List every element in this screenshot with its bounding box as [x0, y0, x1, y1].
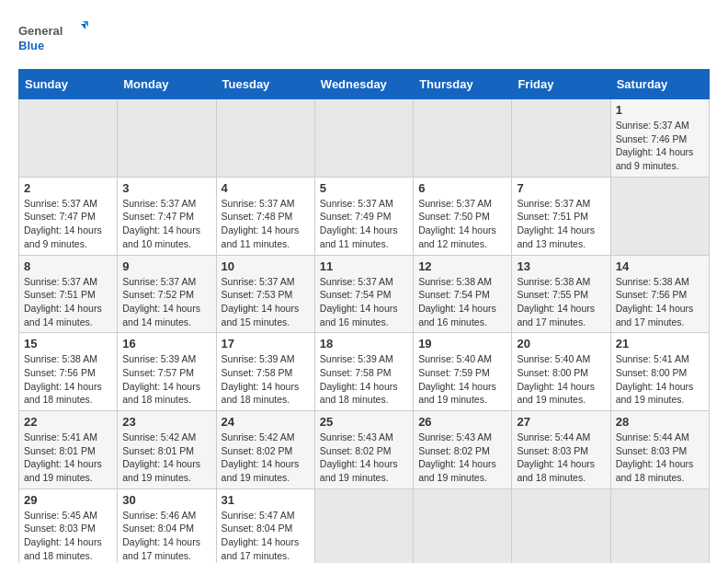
calendar-cell — [314, 99, 413, 178]
logo-svg: General Blue — [18, 18, 92, 60]
day-number: 20 — [517, 337, 605, 350]
day-info: Sunrise: 5:38 AMSunset: 7:54 PMDaylight:… — [418, 275, 506, 329]
day-info: Sunrise: 5:37 AMSunset: 7:50 PMDaylight:… — [418, 197, 506, 251]
day-info: Sunrise: 5:42 AMSunset: 8:01 PMDaylight:… — [122, 431, 210, 485]
calendar-header-tuesday: Tuesday — [216, 70, 314, 99]
calendar-cell: 22Sunrise: 5:41 AMSunset: 8:01 PMDayligh… — [19, 411, 118, 489]
svg-text:Blue: Blue — [18, 39, 44, 52]
day-info: Sunrise: 5:37 AMSunset: 7:47 PMDaylight:… — [24, 197, 112, 251]
day-info: Sunrise: 5:38 AMSunset: 7:56 PMDaylight:… — [24, 352, 112, 407]
day-info: Sunrise: 5:37 AMSunset: 7:54 PMDaylight:… — [320, 275, 408, 329]
calendar-table: SundayMondayTuesdayWednesdayThursdayFrid… — [18, 69, 710, 563]
day-info: Sunrise: 5:47 AMSunset: 8:04 PMDaylight:… — [222, 509, 310, 563]
page-header: General Blue — [18, 18, 710, 60]
calendar-week-4: 15Sunrise: 5:38 AMSunset: 7:56 PMDayligh… — [19, 333, 710, 411]
calendar-header-row: SundayMondayTuesdayWednesdayThursdayFrid… — [19, 70, 710, 99]
day-info: Sunrise: 5:37 AMSunset: 7:53 PMDaylight:… — [222, 275, 310, 329]
day-number: 16 — [122, 337, 210, 350]
calendar-cell: 18Sunrise: 5:39 AMSunset: 7:58 PMDayligh… — [314, 333, 413, 411]
day-number: 22 — [24, 415, 112, 429]
day-number: 21 — [616, 337, 704, 350]
svg-text:General: General — [18, 24, 63, 38]
calendar-cell: 20Sunrise: 5:40 AMSunset: 8:00 PMDayligh… — [512, 333, 610, 411]
day-info: Sunrise: 5:37 AMSunset: 7:47 PMDaylight:… — [122, 197, 210, 251]
calendar-cell: 4Sunrise: 5:37 AMSunset: 7:48 PMDaylight… — [216, 177, 314, 255]
calendar-cell: 6Sunrise: 5:37 AMSunset: 7:50 PMDaylight… — [414, 177, 512, 255]
day-info: Sunrise: 5:38 AMSunset: 7:56 PMDaylight:… — [616, 275, 704, 329]
day-info: Sunrise: 5:39 AMSunset: 7:57 PMDaylight:… — [122, 352, 210, 407]
day-info: Sunrise: 5:41 AMSunset: 8:00 PMDaylight:… — [616, 352, 704, 407]
calendar-header-sunday: Sunday — [19, 70, 118, 99]
calendar-cell: 17Sunrise: 5:39 AMSunset: 7:58 PMDayligh… — [216, 333, 314, 411]
day-number: 27 — [517, 415, 605, 429]
day-number: 10 — [222, 259, 310, 273]
calendar-cell: 10Sunrise: 5:37 AMSunset: 7:53 PMDayligh… — [216, 255, 314, 333]
calendar-cell: 28Sunrise: 5:44 AMSunset: 8:03 PMDayligh… — [610, 411, 709, 489]
calendar-cell — [512, 99, 610, 178]
calendar-header-friday: Friday — [512, 70, 610, 99]
calendar-cell: 13Sunrise: 5:38 AMSunset: 7:55 PMDayligh… — [512, 255, 610, 333]
calendar-cell: 14Sunrise: 5:38 AMSunset: 7:56 PMDayligh… — [610, 255, 709, 333]
calendar-cell: 23Sunrise: 5:42 AMSunset: 8:01 PMDayligh… — [118, 411, 216, 489]
day-number: 25 — [320, 415, 408, 429]
day-info: Sunrise: 5:37 AMSunset: 7:51 PMDaylight:… — [517, 197, 605, 251]
day-info: Sunrise: 5:45 AMSunset: 8:03 PMDaylight:… — [24, 509, 112, 563]
calendar-cell — [414, 488, 512, 563]
calendar-header-saturday: Saturday — [610, 70, 709, 99]
day-info: Sunrise: 5:42 AMSunset: 8:02 PMDaylight:… — [222, 431, 310, 485]
calendar-cell: 30Sunrise: 5:46 AMSunset: 8:04 PMDayligh… — [118, 488, 216, 563]
day-info: Sunrise: 5:46 AMSunset: 8:04 PMDaylight:… — [122, 509, 210, 563]
calendar-week-6: 29Sunrise: 5:45 AMSunset: 8:03 PMDayligh… — [19, 488, 710, 563]
day-info: Sunrise: 5:37 AMSunset: 7:46 PMDaylight:… — [616, 119, 704, 173]
calendar-cell: 27Sunrise: 5:44 AMSunset: 8:03 PMDayligh… — [512, 411, 610, 489]
day-number: 11 — [320, 259, 408, 273]
day-info: Sunrise: 5:40 AMSunset: 7:59 PMDaylight:… — [418, 352, 506, 407]
calendar-cell: 8Sunrise: 5:37 AMSunset: 7:51 PMDaylight… — [19, 255, 118, 333]
calendar-week-2: 2Sunrise: 5:37 AMSunset: 7:47 PMDaylight… — [19, 177, 710, 255]
day-number: 31 — [222, 493, 310, 507]
day-number: 3 — [122, 181, 210, 195]
day-number: 5 — [320, 181, 408, 195]
calendar-cell: 11Sunrise: 5:37 AMSunset: 7:54 PMDayligh… — [314, 255, 413, 333]
day-number: 15 — [24, 337, 112, 350]
day-info: Sunrise: 5:43 AMSunset: 8:02 PMDaylight:… — [418, 431, 506, 485]
day-info: Sunrise: 5:39 AMSunset: 7:58 PMDaylight:… — [320, 352, 408, 407]
day-number: 29 — [24, 493, 112, 507]
day-info: Sunrise: 5:44 AMSunset: 8:03 PMDaylight:… — [517, 431, 605, 485]
day-number: 18 — [320, 337, 408, 350]
calendar-cell — [118, 99, 216, 178]
day-number: 24 — [222, 415, 310, 429]
day-info: Sunrise: 5:37 AMSunset: 7:49 PMDaylight:… — [320, 197, 408, 251]
day-number: 12 — [418, 259, 506, 273]
day-number: 19 — [418, 337, 506, 350]
day-info: Sunrise: 5:37 AMSunset: 7:52 PMDaylight:… — [122, 275, 210, 329]
calendar-cell: 19Sunrise: 5:40 AMSunset: 7:59 PMDayligh… — [414, 333, 512, 411]
calendar-cell: 29Sunrise: 5:45 AMSunset: 8:03 PMDayligh… — [19, 488, 118, 563]
day-number: 28 — [616, 415, 704, 429]
calendar-cell: 12Sunrise: 5:38 AMSunset: 7:54 PMDayligh… — [414, 255, 512, 333]
day-info: Sunrise: 5:43 AMSunset: 8:02 PMDaylight:… — [320, 431, 408, 485]
calendar-cell: 9Sunrise: 5:37 AMSunset: 7:52 PMDaylight… — [118, 255, 216, 333]
calendar-cell: 2Sunrise: 5:37 AMSunset: 7:47 PMDaylight… — [19, 177, 118, 255]
day-info: Sunrise: 5:37 AMSunset: 7:48 PMDaylight:… — [222, 197, 310, 251]
calendar-cell: 24Sunrise: 5:42 AMSunset: 8:02 PMDayligh… — [216, 411, 314, 489]
calendar-header-wednesday: Wednesday — [314, 70, 413, 99]
calendar-cell: 3Sunrise: 5:37 AMSunset: 7:47 PMDaylight… — [118, 177, 216, 255]
calendar-week-1: 1Sunrise: 5:37 AMSunset: 7:46 PMDaylight… — [19, 99, 710, 178]
calendar-cell — [314, 488, 413, 563]
calendar-cell — [19, 99, 118, 178]
calendar-cell — [610, 488, 709, 563]
day-number: 9 — [122, 259, 210, 273]
calendar-cell: 31Sunrise: 5:47 AMSunset: 8:04 PMDayligh… — [216, 488, 314, 563]
calendar-week-3: 8Sunrise: 5:37 AMSunset: 7:51 PMDaylight… — [19, 255, 710, 333]
day-number: 7 — [517, 181, 605, 195]
day-number: 8 — [24, 259, 112, 273]
calendar-cell: 5Sunrise: 5:37 AMSunset: 7:49 PMDaylight… — [314, 177, 413, 255]
day-number: 6 — [418, 181, 506, 195]
day-number: 26 — [418, 415, 506, 429]
calendar-header-thursday: Thursday — [414, 70, 512, 99]
day-info: Sunrise: 5:44 AMSunset: 8:03 PMDaylight:… — [616, 431, 704, 485]
calendar-cell: 1Sunrise: 5:37 AMSunset: 7:46 PMDaylight… — [610, 99, 709, 178]
logo: General Blue — [18, 18, 92, 60]
calendar-cell: 21Sunrise: 5:41 AMSunset: 8:00 PMDayligh… — [610, 333, 709, 411]
